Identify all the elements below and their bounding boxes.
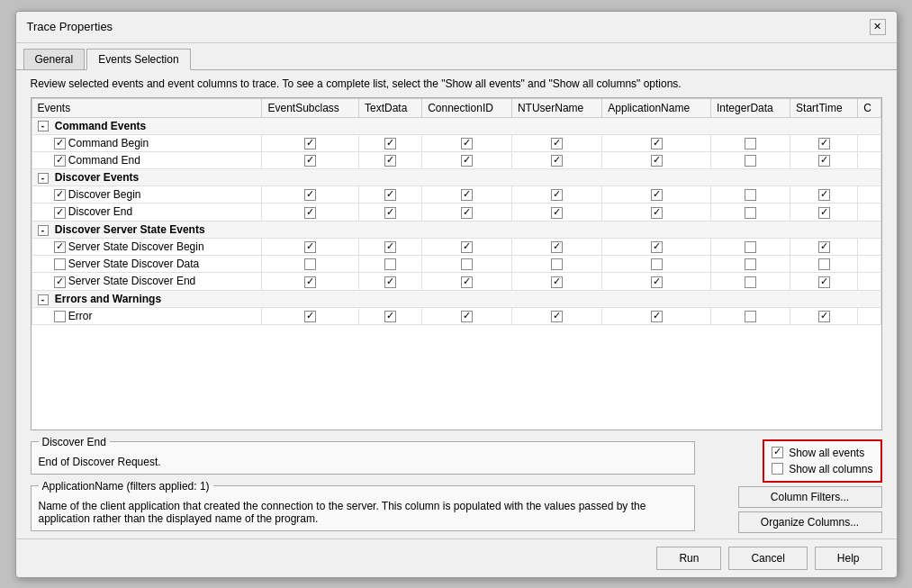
col-extra: C bbox=[858, 98, 880, 117]
app-name-box: ApplicationName (filters applied: 1) Nam… bbox=[31, 480, 695, 531]
run-button[interactable]: Run bbox=[656, 547, 721, 570]
organize-columns-button[interactable]: Organize Columns... bbox=[738, 511, 882, 533]
table-row: Discover End bbox=[32, 204, 880, 221]
help-button[interactable]: Help bbox=[815, 547, 882, 570]
group-collapse-command[interactable]: - bbox=[38, 121, 49, 131]
table-row: Server State Discover Data bbox=[32, 256, 880, 273]
events-table: Events EventSubclass TextData Connection… bbox=[32, 98, 881, 326]
col-events: Events bbox=[32, 98, 262, 117]
col-integerdata: IntegerData bbox=[711, 98, 790, 117]
tab-bar: General Events Selection bbox=[16, 43, 897, 70]
info-boxes: Discover End End of Discover Request. Ap… bbox=[31, 436, 695, 533]
show-all-events-label: Show all events bbox=[789, 447, 864, 459]
action-buttons: Column Filters... Organize Columns... bbox=[738, 486, 882, 533]
table-row: Server State Discover End bbox=[32, 273, 880, 290]
table-row: Command End bbox=[32, 151, 880, 168]
group-collapse-server-state[interactable]: - bbox=[38, 225, 49, 236]
table-row: Server State Discover Begin bbox=[32, 238, 880, 255]
group-collapse-errors[interactable]: - bbox=[38, 294, 49, 305]
show-all-columns-checkbox[interactable] bbox=[772, 463, 783, 475]
discover-end-box: Discover End End of Discover Request. bbox=[31, 436, 695, 475]
discover-end-title: Discover End bbox=[39, 436, 110, 448]
row-cb-ssdb[interactable] bbox=[54, 241, 66, 253]
table-row: Command Begin bbox=[32, 134, 880, 151]
trace-properties-dialog: Trace Properties ✕ General Events Select… bbox=[15, 11, 898, 578]
show-all-columns-row[interactable]: Show all columns bbox=[772, 463, 872, 475]
group-label-discover: Discover Events bbox=[55, 171, 139, 184]
group-label-server-state: Discover Server State Events bbox=[55, 223, 205, 236]
right-panel: Show all events Show all columns Column … bbox=[702, 436, 882, 533]
bottom-area: Discover End End of Discover Request. Ap… bbox=[31, 430, 882, 538]
col-eventsubclass: EventSubclass bbox=[262, 98, 358, 117]
row-cb-command-begin[interactable] bbox=[54, 138, 66, 149]
table-row: - Discover Events bbox=[32, 169, 880, 186]
footer: Run Cancel Help bbox=[16, 538, 897, 577]
column-filters-button[interactable]: Column Filters... bbox=[738, 486, 882, 508]
row-cb-ssde[interactable] bbox=[54, 276, 66, 288]
show-all-events-checkbox[interactable] bbox=[772, 447, 783, 458]
row-cb-ssdd[interactable] bbox=[54, 258, 66, 270]
close-button[interactable]: ✕ bbox=[870, 19, 886, 35]
show-options-box: Show all events Show all columns bbox=[763, 439, 881, 483]
hint-text: Review selected events and event columns… bbox=[16, 70, 897, 97]
row-cb-command-end[interactable] bbox=[54, 155, 66, 167]
show-all-events-row[interactable]: Show all events bbox=[772, 447, 872, 459]
discover-end-content: End of Discover Request. bbox=[39, 456, 687, 468]
cancel-button[interactable]: Cancel bbox=[728, 547, 807, 570]
show-all-columns-label: Show all columns bbox=[789, 463, 872, 475]
row-cb-discover-end[interactable] bbox=[54, 207, 66, 219]
col-connectionid: ConnectionID bbox=[422, 98, 512, 117]
col-textdata: TextData bbox=[358, 98, 421, 117]
group-label-command: Command Events bbox=[55, 120, 146, 132]
tab-events-selection[interactable]: Events Selection bbox=[86, 49, 190, 70]
group-label-errors: Errors and Warnings bbox=[55, 293, 161, 305]
col-starttime: StartTime bbox=[790, 98, 858, 117]
row-cb-error[interactable] bbox=[54, 311, 66, 322]
col-applicationname: ApplicationName bbox=[602, 98, 711, 117]
table-row: Discover Begin bbox=[32, 186, 880, 204]
group-collapse-discover[interactable]: - bbox=[38, 173, 49, 184]
dialog-title: Trace Properties bbox=[27, 20, 113, 33]
col-ntusername: NTUserName bbox=[511, 98, 601, 117]
app-name-title: ApplicationName (filters applied: 1) bbox=[39, 480, 213, 493]
tab-general[interactable]: General bbox=[23, 49, 86, 69]
table-row: Error bbox=[32, 307, 880, 324]
table-row: - Command Events bbox=[32, 117, 880, 134]
table-row: - Discover Server State Events bbox=[32, 221, 880, 238]
table-row: - Errors and Warnings bbox=[32, 290, 880, 307]
row-cb-discover-begin[interactable] bbox=[54, 189, 66, 201]
events-table-container[interactable]: Events EventSubclass TextData Connection… bbox=[31, 97, 882, 430]
title-bar: Trace Properties ✕ bbox=[16, 12, 897, 43]
content-area: Events EventSubclass TextData Connection… bbox=[16, 97, 897, 538]
app-name-content: Name of the client application that crea… bbox=[39, 500, 687, 525]
